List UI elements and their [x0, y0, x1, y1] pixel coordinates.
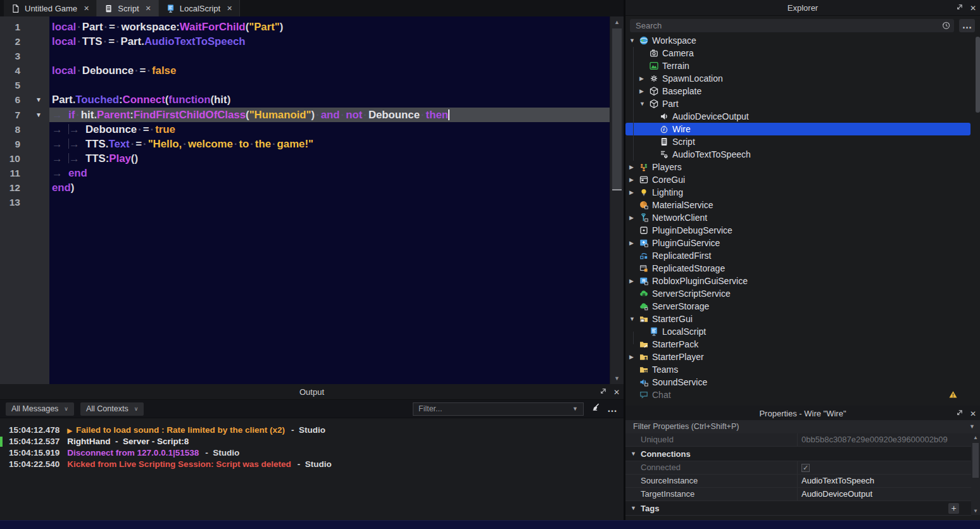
expand-message-icon[interactable]: ▶	[67, 427, 72, 434]
message-filter-dropdown[interactable]: All Messages∨	[6, 402, 74, 416]
scroll-up-icon[interactable]: ▲	[610, 17, 624, 27]
expand-arrow-icon[interactable]: ▶	[629, 189, 634, 196]
expand-arrow-icon[interactable]: ▶	[639, 75, 644, 82]
code-line-9[interactable]: →→TTS.Text·=·"Hello,·welcome·to·the·game…	[49, 137, 610, 151]
tree-item-localscript[interactable]: LocalScript	[625, 325, 976, 338]
tree-item-part[interactable]: ▼Part	[625, 97, 976, 110]
tree-item-networkclient[interactable]: ▶NetworkClient	[625, 211, 976, 224]
tree-item-soundservice[interactable]: SoundService	[625, 376, 976, 389]
tree-item-terrain[interactable]: Terrain	[625, 59, 976, 72]
tree-item-audiodeviceoutput[interactable]: AudioDeviceOutput	[625, 110, 976, 123]
properties-section-connections[interactable]: ▼Connections	[625, 447, 971, 461]
tree-item-replicatedstorage[interactable]: ReplicatedStorage	[625, 262, 976, 275]
expand-arrow-icon[interactable]: ▼	[629, 37, 635, 44]
scrollbar-thumb[interactable]	[976, 37, 980, 113]
code-line-11[interactable]: →end	[49, 166, 610, 180]
editor-code-area[interactable]: local·Part·=·workspace:WaitForChild("Par…	[49, 16, 610, 209]
clear-output-icon[interactable]	[590, 402, 601, 416]
output-message[interactable]: 15:04:15.919Disconnect from 127.0.0.1|51…	[0, 447, 624, 459]
code-line-7[interactable]: →if·hit.Parent:FindFirstChildOfClass("Hu…	[49, 108, 610, 122]
property-value[interactable]: AudioDeviceOutput	[798, 488, 872, 501]
expand-arrow-icon[interactable]: ▶	[629, 215, 634, 221]
code-line-13[interactable]	[49, 195, 610, 209]
popout-icon[interactable]	[599, 387, 607, 398]
tree-item-lighting[interactable]: ▶Lighting	[625, 186, 976, 199]
scroll-down-icon[interactable]: ▼	[971, 507, 980, 515]
scrollbar-thumb[interactable]	[972, 443, 979, 478]
tree-item-serverscriptservice[interactable]: ServerScriptService	[625, 287, 976, 300]
tree-item-replicatedfirst[interactable]: ReplicatedFirst	[625, 249, 976, 262]
context-filter-dropdown[interactable]: All Contexts∨	[80, 402, 144, 416]
popout-icon[interactable]	[955, 3, 964, 14]
tree-item-serverstorage[interactable]: ServerStorage	[625, 300, 976, 313]
close-icon[interactable]: ✕	[146, 4, 151, 13]
explorer-search-input[interactable]: Search	[630, 19, 954, 32]
tree-item-coregui[interactable]: ▶CoreGui	[625, 173, 976, 186]
tree-item-materialservice[interactable]: MaterialService	[625, 199, 976, 211]
expand-arrow-icon[interactable]: ▼	[639, 101, 645, 107]
code-line-1[interactable]: local·Part·=·workspace:WaitForChild("Par…	[49, 20, 610, 34]
more-options-icon[interactable]: …	[607, 403, 618, 414]
section-caret-icon[interactable]: ▼	[631, 505, 636, 511]
expand-arrow-icon[interactable]: ▶	[629, 177, 634, 183]
output-filter-input[interactable]: Filter...▼	[413, 402, 584, 416]
section-caret-icon[interactable]: ▼	[631, 451, 636, 457]
code-line-12[interactable]: end)	[49, 180, 610, 195]
tab-localscript[interactable]: LocalScript✕	[159, 0, 241, 16]
output-message[interactable]: 15:04:22.540Kicked from Live Scripting S…	[0, 459, 624, 470]
property-value[interactable]: AudioTextToSpeech	[798, 475, 874, 487]
editor-scrollbar[interactable]: ▲ ▼	[610, 16, 624, 384]
tree-item-wire[interactable]: Wire	[625, 123, 971, 135]
expand-arrow-icon[interactable]: ▶	[629, 240, 634, 246]
popout-icon[interactable]	[955, 408, 964, 420]
output-message[interactable]: 15:04:12.478▶Failed to load sound : Rate…	[0, 425, 624, 436]
tree-item-plugindebugservice[interactable]: PluginDebugService	[625, 224, 976, 237]
tree-item-chat[interactable]: Chat	[625, 389, 976, 401]
expand-arrow-icon[interactable]: ▶	[629, 164, 634, 170]
properties-scrollbar[interactable]: ▲ ▼	[971, 433, 980, 515]
expand-arrow-icon[interactable]: ▶	[629, 354, 634, 360]
close-icon[interactable]: ✕	[84, 4, 89, 13]
fold-arrow-icon[interactable]: ▼	[35, 92, 42, 107]
code-line-3[interactable]	[49, 49, 610, 63]
tree-item-robloxpluginguiservice[interactable]: ▶RRobloxPluginGuiService	[625, 275, 976, 287]
code-line-2[interactable]: local·TTS·=·Part.AudioTextToSpeech	[49, 34, 610, 49]
tree-item-startergui[interactable]: ▼StarterGui	[625, 313, 976, 325]
code-line-8[interactable]: →→Debounce·=·true	[49, 122, 610, 137]
tree-item-starterpack[interactable]: StarterPack	[625, 338, 976, 351]
script-editor[interactable]: 123456▼7▼8910111213 local·Part·=·workspa…	[0, 16, 624, 384]
code-line-10[interactable]: →→TTS:Play()	[49, 151, 610, 166]
code-line-5[interactable]	[49, 78, 610, 92]
explorer-options-icon[interactable]: …	[959, 19, 975, 32]
search-history-icon[interactable]	[941, 20, 951, 34]
tab-script[interactable]: Script✕	[97, 0, 158, 16]
scroll-down-icon[interactable]: ▼	[610, 373, 624, 383]
scrollbar-thumb[interactable]	[612, 28, 622, 190]
tree-item-audiotexttospeech[interactable]: AudioTextToSpeech	[625, 148, 976, 161]
code-line-6[interactable]: Part.Touched:Connect(function(hit)	[49, 92, 610, 107]
output-message[interactable]: 15:04:12.537RightHand - Server - Script:…	[0, 436, 624, 447]
expand-arrow-icon[interactable]: ▶	[639, 88, 644, 94]
tree-item-starterplayer[interactable]: ▶StarterPlayer	[625, 351, 976, 363]
scroll-up-icon[interactable]: ▲	[971, 433, 980, 442]
tree-item-teams[interactable]: Teams	[625, 363, 976, 376]
tree-item-pluginguiservice[interactable]: ▶PluginGuiService	[625, 237, 976, 249]
explorer-scrollbar[interactable]	[976, 35, 980, 390]
tree-item-baseplate[interactable]: ▶Baseplate	[625, 85, 976, 97]
tab-untitled-game[interactable]: Untitled Game✕	[4, 0, 97, 16]
close-icon[interactable]: ✕	[227, 4, 232, 13]
properties-section-tags[interactable]: ▼Tags+	[625, 501, 971, 516]
add-tag-icon[interactable]: +	[948, 503, 959, 514]
tree-item-players[interactable]: ▶Players	[625, 161, 976, 173]
expand-arrow-icon[interactable]: ▶	[629, 278, 634, 284]
properties-filter-input[interactable]: Filter Properties (Ctrl+Shift+P) ▼	[625, 420, 980, 433]
close-icon[interactable]: ✕	[970, 409, 976, 418]
close-icon[interactable]: ✕	[613, 388, 620, 397]
close-icon[interactable]: ✕	[970, 4, 976, 13]
expand-arrow-icon[interactable]: ▼	[629, 316, 635, 322]
tree-item-spawnlocation[interactable]: ▶SpawnLocation	[625, 72, 976, 85]
tree-item-camera[interactable]: Camera	[625, 47, 976, 59]
fold-arrow-icon[interactable]: ▼	[35, 108, 42, 122]
tree-item-workspace[interactable]: ▼Workspace	[625, 34, 976, 47]
code-line-4[interactable]: local·Debounce·=·false	[49, 63, 610, 78]
